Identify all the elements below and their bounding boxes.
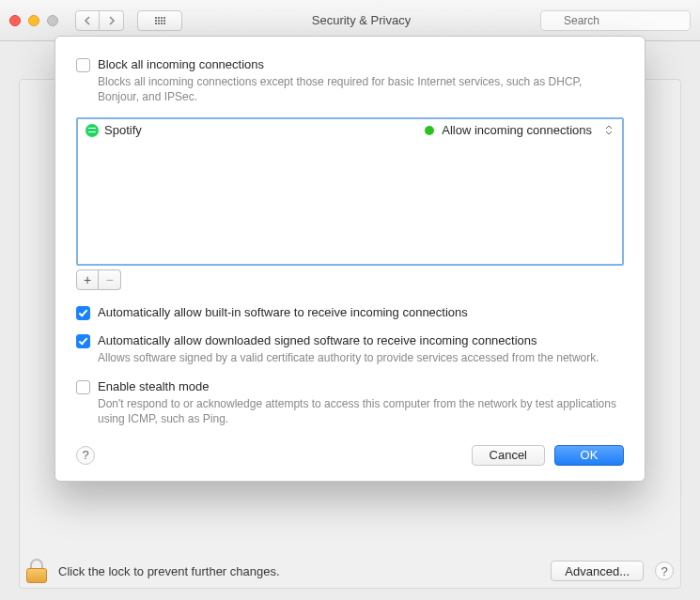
footer-row: Click the lock to prevent further change… [0,559,700,583]
spotify-icon [86,124,99,137]
advanced-button[interactable]: Advanced... [551,561,644,581]
minimize-window-icon[interactable] [28,15,39,26]
block-all-section: Block all incoming connections Blocks al… [76,57,624,104]
chevron-left-icon [84,16,91,25]
window-title: Security & Privacy [190,13,533,27]
show-all-button[interactable] [137,10,182,31]
auto-builtin-section: Automatically allow built-in software to… [76,305,624,320]
chevron-down-icon [605,131,613,135]
lock-icon[interactable] [26,559,47,583]
ok-button[interactable]: OK [554,445,624,466]
nav-buttons [75,10,124,31]
chevron-up-icon [605,125,613,130]
app-name: Spotify [104,123,142,137]
add-remove-buttons: + − [76,269,624,290]
window-traffic-lights [9,15,58,26]
auto-signed-label: Automatically allow downloaded signed so… [98,333,537,347]
footer-help-button[interactable]: ? [655,562,674,580]
block-all-description: Blocks all incoming connections except t… [98,74,624,104]
chevron-right-icon [108,16,116,25]
auto-signed-checkbox[interactable] [76,334,90,348]
stealth-description: Don't respond to or acknowledge attempts… [98,396,624,426]
sheet-button-row: ? Cancel OK [76,445,624,466]
stealth-checkbox[interactable] [76,380,90,394]
close-window-icon[interactable] [9,15,21,26]
block-all-checkbox[interactable] [76,58,90,72]
status-stepper[interactable] [603,125,614,135]
stealth-section: Enable stealth mode Don't respond to or … [76,379,624,426]
app-list[interactable]: Spotify Allow incoming connections [76,117,624,266]
auto-builtin-checkbox[interactable] [76,306,90,320]
grid-icon [155,17,165,24]
firewall-options-sheet: Block all incoming connections Blocks al… [54,36,646,482]
cancel-button[interactable]: Cancel [472,445,545,466]
auto-builtin-label: Automatically allow built-in software to… [98,305,468,319]
auto-signed-section: Automatically allow downloaded signed so… [76,333,624,365]
lock-hint-text: Click the lock to prevent further change… [58,564,539,578]
block-all-label: Block all incoming connections [98,57,264,71]
list-item[interactable]: Spotify Allow incoming connections [78,119,622,141]
add-button[interactable]: + [76,269,99,290]
help-button[interactable]: ? [76,446,95,465]
search-input[interactable] [540,10,691,31]
zoom-window-icon [47,15,58,26]
status-dot-icon [425,126,434,135]
remove-button[interactable]: − [99,269,121,290]
forward-button[interactable] [100,10,124,31]
auto-signed-description: Allows software signed by a valid certif… [98,350,624,365]
search-wrap [540,10,691,31]
stealth-label: Enable stealth mode [98,379,210,393]
app-status-label: Allow incoming connections [442,123,592,137]
back-button[interactable] [75,10,100,31]
